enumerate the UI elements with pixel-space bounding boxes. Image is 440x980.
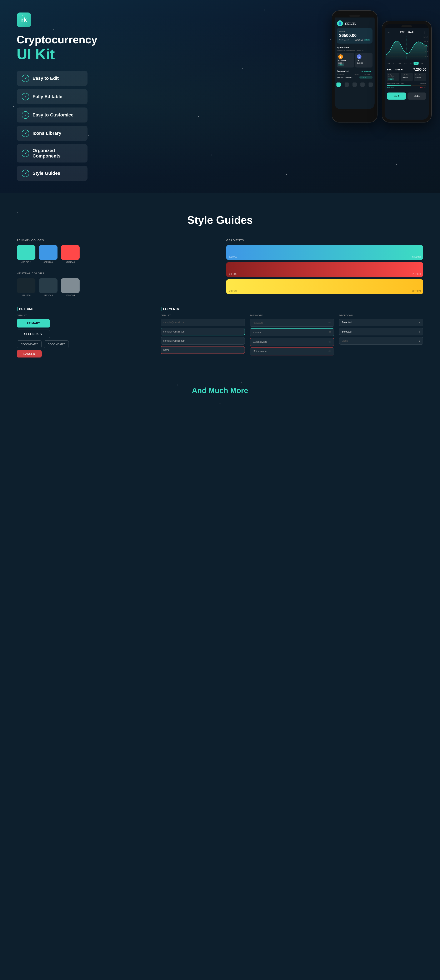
gradient-swatch-2: #FF4848 #FF4848 bbox=[226, 262, 423, 277]
coin-info: BTC ⇄ RAR ★ 7,250.00 Pctly Change +11% H… bbox=[384, 66, 429, 91]
eye-icon-3[interactable]: 👁 bbox=[329, 340, 332, 344]
feature-organized-components: ✓ Organized Components bbox=[17, 144, 87, 162]
danger-button[interactable]: DANGER bbox=[17, 350, 42, 358]
monthly-profit-label: Monthly profit bbox=[339, 39, 349, 41]
buy-bar bbox=[387, 85, 411, 86]
primary-button[interactable]: PRIMARY bbox=[17, 319, 50, 328]
dropdown-3[interactable]: Value ∨ bbox=[339, 337, 423, 345]
input-default-4[interactable]: name bbox=[160, 346, 245, 354]
dropdown-label: DROPDOWN bbox=[339, 314, 423, 317]
tab-1y[interactable]: 1y bbox=[408, 62, 413, 65]
nav-trade[interactable] bbox=[353, 83, 357, 87]
password-input-4[interactable]: 123password 👁 bbox=[250, 347, 334, 355]
primary-colors-label: PRIMARY COLORS bbox=[17, 239, 214, 242]
much-more-text: And Much More bbox=[17, 386, 423, 395]
traders-range: $00 - 1.4 bbox=[421, 83, 426, 84]
nav-intake[interactable] bbox=[369, 83, 373, 87]
gradient-box-2: #FF4848 #FF4848 bbox=[226, 262, 423, 277]
coin-cards: ₿ BTC / Edit $123.00 +11% Ξ ETH $123.00 bbox=[337, 53, 373, 67]
tab-3m[interactable]: 3m bbox=[403, 62, 408, 65]
swatch-label-blue: #3E9766 bbox=[43, 261, 53, 264]
password-input-3[interactable]: 123password 👁 bbox=[250, 338, 334, 346]
dropdown-1[interactable]: Selected ∨ bbox=[339, 319, 423, 326]
traders-label: Traders assessment index bbox=[387, 83, 404, 84]
buttons-default-label: DEFAULT bbox=[17, 314, 148, 317]
chevron-down-icon-1: ∨ bbox=[419, 321, 421, 324]
buttons-section: BUTTONS DEFAULT PRIMARY SECONDARY SECOND… bbox=[17, 307, 148, 358]
more-options-icon[interactable]: ⋮ bbox=[423, 31, 426, 34]
secondary-button[interactable]: SECONDARY bbox=[17, 329, 50, 338]
pct-change-stat: Pctly Change +11% bbox=[387, 73, 399, 81]
colors-grid: PRIMARY COLORS #3CDIC2 #3E9766 #FF4848 N… bbox=[17, 239, 423, 297]
eye-icon-1[interactable]: 👁 bbox=[329, 321, 332, 325]
elements-section: ELEMENTS DEFAULT sample@gmail.com sample… bbox=[160, 307, 423, 358]
check-icon-icons-library: ✓ bbox=[22, 130, 29, 137]
default-inputs: DEFAULT sample@gmail.com sample@gmail.co… bbox=[160, 314, 245, 357]
gradient-swatches: #3E9766 #3CDIC2 #FF4848 #FF4848 #FFE748 … bbox=[226, 245, 423, 294]
eth-price: $123.00 bbox=[357, 62, 371, 64]
nav-markets[interactable] bbox=[345, 83, 349, 87]
low-price-val: 7,80.00 bbox=[415, 76, 425, 78]
portfolio-section: My Portfolio Overview last 3 months data… bbox=[335, 45, 375, 69]
password-input-2[interactable]: ············ 👁 bbox=[250, 328, 334, 336]
primary-colors-section: PRIMARY COLORS #3CDIC2 #3E9766 #FF4848 N… bbox=[17, 239, 214, 297]
user-name: John.smith bbox=[345, 23, 356, 25]
components-grid: BUTTONS DEFAULT PRIMARY SECONDARY SECOND… bbox=[17, 307, 423, 358]
check-icon-fully-editable: ✓ bbox=[22, 93, 29, 100]
swatch-box-blue bbox=[39, 245, 57, 260]
tab-6h[interactable]: 6H bbox=[392, 62, 396, 65]
low-price-label: Low Price bbox=[415, 74, 425, 76]
secondary-outline-2[interactable]: SECONDARY bbox=[44, 340, 69, 348]
gradient3-from-label: #FFE748 bbox=[229, 290, 237, 292]
chart-area: 1,60.00 1,200.00 1,200.00 1,50.00 1,00.0… bbox=[384, 36, 429, 61]
swatch-gray: #808C94 bbox=[61, 278, 79, 297]
secondary-outline-1[interactable]: SECONDARY bbox=[17, 340, 42, 348]
gradient3-to-label: #FFBF20 bbox=[412, 290, 421, 292]
row1-coin: RAR / BTC: 0.00004470 bbox=[337, 77, 359, 78]
style-guides-section: Style Guides PRIMARY COLORS #3CDIC2 #3E9… bbox=[0, 193, 440, 370]
dropdown-selected-2: Selected bbox=[342, 330, 352, 333]
swatch-teal: #3CDIC2 bbox=[17, 245, 35, 264]
input-default-2[interactable]: sample@gmail.com bbox=[160, 328, 245, 336]
nav-home[interactable] bbox=[337, 83, 341, 87]
swatch-box-gray bbox=[61, 278, 79, 293]
avatar: 👤 bbox=[337, 21, 343, 26]
ranking-header: Ranking List BTC Market ∨ bbox=[335, 69, 375, 73]
ranking-cols: BTC Market Losser 24h Volume bbox=[335, 73, 375, 75]
chart-header: ← BTC ⇄ RAR ⋮ bbox=[384, 28, 429, 36]
chevron-down-icon-2: ∨ bbox=[419, 330, 421, 333]
check-icon-style-guides: ✓ bbox=[22, 170, 29, 177]
low-price-stat: Low Price 7,80.00 bbox=[414, 73, 426, 81]
password-input-1[interactable]: Password 👁 bbox=[250, 319, 334, 327]
dropdown-2[interactable]: Selected ∨ bbox=[339, 328, 423, 336]
btc-card: ₿ BTC / Edit $123.00 +11% bbox=[337, 53, 354, 67]
app-logo: rk bbox=[17, 13, 31, 27]
features-list: ✓ Easy to Edit ✓ Fully Editable ✓ Easy t… bbox=[17, 71, 87, 181]
eye-icon-4[interactable]: 👁 bbox=[329, 350, 332, 353]
eye-icon-2[interactable]: 👁 bbox=[329, 331, 332, 334]
buy-button[interactable]: BUY bbox=[387, 92, 406, 100]
tab-1m[interactable]: 1m bbox=[397, 62, 402, 65]
svg-point-6 bbox=[406, 53, 407, 54]
welcome-label: Welcome back bbox=[345, 21, 356, 23]
buy-sell-row: BUY SELL bbox=[384, 91, 429, 102]
phone-portfolio: 👤 Welcome back John.smith Balance $6500.… bbox=[332, 10, 378, 123]
eth-icon: Ξ bbox=[357, 54, 361, 59]
back-arrow-icon[interactable]: ← bbox=[387, 31, 390, 34]
gradient1-to-label: #3CDIC2 bbox=[412, 256, 421, 258]
swatch-label-teal: #3CDIC2 bbox=[21, 261, 31, 264]
tab-1h[interactable]: 1H bbox=[386, 62, 391, 65]
feature-style-guides: ✓ Style Guides bbox=[17, 166, 87, 181]
tab-cc[interactable]: CC bbox=[413, 62, 419, 65]
neutral-swatches: #182730 #283C48 #808C94 bbox=[17, 278, 214, 297]
sell-button[interactable]: SELL bbox=[408, 92, 426, 100]
portfolio-subtitle: Overview last 3 months data (Coins & All… bbox=[337, 50, 373, 51]
tab-fus[interactable]: fμs bbox=[419, 62, 424, 65]
nav-nodes[interactable] bbox=[361, 83, 365, 87]
time-tabs: 1H 6H 1m 3m 1y CC fμs bbox=[384, 61, 429, 66]
input-default-1[interactable]: sample@gmail.com bbox=[160, 319, 245, 326]
dropdown-option: Value bbox=[342, 339, 348, 342]
input-default-3[interactable]: sample@gmail.com bbox=[160, 337, 245, 345]
balance-amount: $6500.00 bbox=[339, 33, 370, 38]
col-volume: 24h Volume bbox=[364, 73, 373, 75]
